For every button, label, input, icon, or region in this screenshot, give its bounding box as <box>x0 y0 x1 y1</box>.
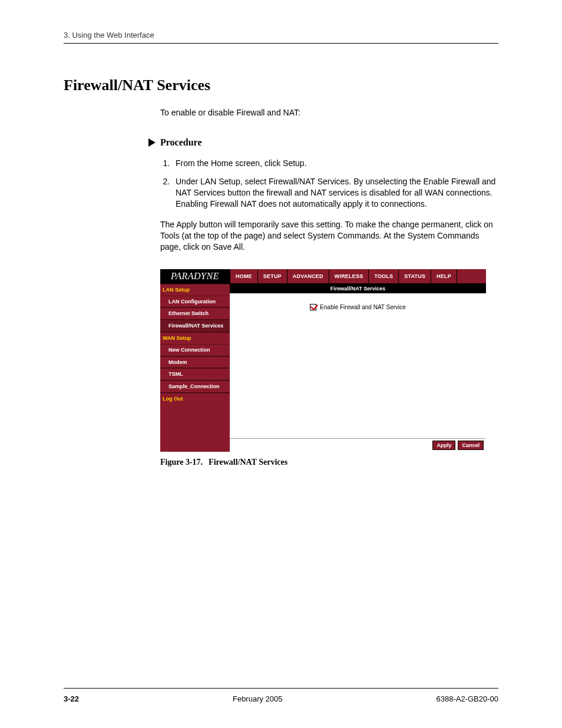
tab-tools[interactable]: TOOLS <box>368 269 398 283</box>
tab-setup[interactable]: SETUP <box>257 269 287 283</box>
top-nav: HOME SETUP ADVANCED WIRELESS TOOLS STATU… <box>230 269 486 283</box>
page-number: 3-22 <box>64 694 79 703</box>
tab-status[interactable]: STATUS <box>398 269 431 283</box>
sidebar-item-new-connection[interactable]: New Connection <box>160 344 230 356</box>
cancel-button[interactable]: Cancel <box>458 441 484 450</box>
procedure-steps: From the Home screen, click Setup. Under… <box>172 158 498 210</box>
footer-doc-id: 6388-A2-GB20-00 <box>436 694 498 703</box>
sidebar-item-lan-config[interactable]: LAN Configuration <box>160 296 230 308</box>
tab-help[interactable]: HELP <box>431 269 457 283</box>
sidebar: LAN Setup LAN Configuration Ethernet Swi… <box>160 284 230 452</box>
procedure-label: Procedure <box>160 136 202 149</box>
page-footer: 3-22 February 2005 6388-A2-GB20-00 <box>64 688 498 703</box>
sidebar-item-tsml[interactable]: TSML <box>160 368 230 380</box>
triangle-icon <box>148 138 156 147</box>
sidebar-header-lan: LAN Setup <box>160 284 230 296</box>
sidebar-header-wan: WAN Setup <box>160 332 230 344</box>
content-panel: Enable Firewall and NAT Service <box>230 293 486 438</box>
page-title: Firewall/NAT Services <box>64 77 498 94</box>
tab-home[interactable]: HOME <box>230 269 257 283</box>
procedure-heading: Procedure <box>148 136 498 149</box>
figure-caption: Figure 3-17.Firewall/NAT Services <box>160 458 498 467</box>
sidebar-item-logout[interactable]: Log Out <box>160 393 230 405</box>
intro-text: To enable or disable Firewall and NAT: <box>160 107 498 118</box>
running-header: 3. Using the Web Interface <box>64 31 498 44</box>
apply-note: The Apply button will temporarily save t… <box>160 219 498 253</box>
tab-advanced[interactable]: ADVANCED <box>287 269 329 283</box>
tab-wireless[interactable]: WIRELESS <box>329 269 369 283</box>
figure-title: Firewall/NAT Services <box>209 458 287 466</box>
sidebar-item-sample-connection[interactable]: Sample_Connection <box>160 380 230 393</box>
enable-firewall-label: Enable Firewall and NAT Service <box>320 304 406 310</box>
enable-firewall-checkbox[interactable] <box>310 304 316 310</box>
content-title-bar: Firewall/NAT Services <box>230 284 486 293</box>
brand-logo: PARADYNE <box>160 269 230 283</box>
sidebar-item-firewall-nat[interactable]: Firewall/NAT Services <box>160 320 230 332</box>
router-ui-screenshot: PARADYNE HOME SETUP ADVANCED WIRELESS TO… <box>160 269 486 452</box>
sidebar-item-modem[interactable]: Modem <box>160 356 230 369</box>
apply-button[interactable]: Apply <box>432 441 455 450</box>
step-2: Under LAN Setup, select Firewall/NAT Ser… <box>172 176 498 210</box>
figure-number: Figure 3-17. <box>160 458 203 466</box>
sidebar-item-ethernet-switch[interactable]: Ethernet Switch <box>160 307 230 320</box>
step-1: From the Home screen, click Setup. <box>172 158 498 169</box>
nav-filler <box>457 269 486 283</box>
footer-date: February 2005 <box>233 694 283 703</box>
